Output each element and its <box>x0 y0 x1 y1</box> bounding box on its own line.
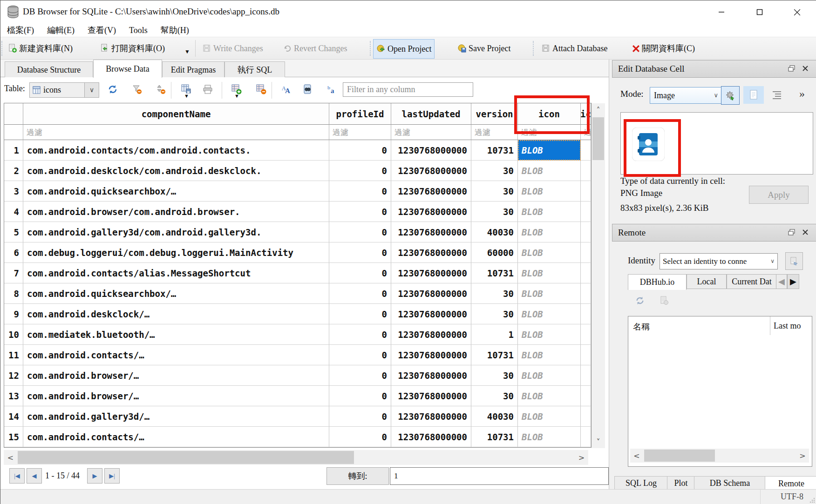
row-number-cell[interactable]: 11 <box>4 345 23 365</box>
scroll-left-icon[interactable]: < <box>630 449 643 463</box>
icon-blob-cell[interactable]: BLOB <box>518 202 581 222</box>
tab-edit-pragmas[interactable]: Edit Pragmas <box>162 61 224 78</box>
partial-cell[interactable] <box>581 181 591 202</box>
icon-blob-cell[interactable]: BLOB <box>518 427 581 447</box>
column-header-lastUpdated[interactable]: lastUpdated <box>391 103 471 125</box>
partial-cell[interactable] <box>581 324 591 345</box>
icon-blob-cell[interactable]: BLOB <box>518 140 581 161</box>
row-number-cell[interactable]: 8 <box>4 283 23 304</box>
dock-tab-sql-log[interactable]: SQL Log <box>614 476 668 490</box>
lastUpdated-cell[interactable]: 1230768000000 <box>391 283 471 304</box>
lastUpdated-cell[interactable]: 1230768000000 <box>391 202 471 222</box>
attach-database-button[interactable]: Attach Database <box>539 39 610 58</box>
list-header-name[interactable]: 名稱 <box>633 321 650 332</box>
icon-blob-cell[interactable]: BLOB <box>518 324 581 345</box>
icon-blob-cell[interactable]: BLOB <box>518 386 581 406</box>
float-panel-icon[interactable] <box>786 63 796 74</box>
float-panel-icon[interactable] <box>786 227 796 237</box>
close-button[interactable] <box>783 3 810 21</box>
menu-file[interactable]: 檔案(F) <box>0 24 41 37</box>
partial-cell[interactable] <box>581 222 591 242</box>
row-number-cell[interactable]: 15 <box>4 427 23 447</box>
tab-database-structure[interactable]: Database Structure <box>5 61 93 78</box>
identity-select[interactable]: Select an identity to conne ∨ <box>660 253 778 269</box>
componentName-cell[interactable]: com.android.browser/… <box>23 365 329 386</box>
icon-blob-cell[interactable]: BLOB <box>518 263 581 283</box>
profileId-cell[interactable]: 0 <box>329 324 391 345</box>
lastUpdated-cell[interactable]: 1230768000000 <box>391 406 471 427</box>
version-cell[interactable]: 10731 <box>471 140 518 161</box>
open-database-dropdown-caret[interactable]: ▼ <box>184 48 190 55</box>
tab-scroll-right-icon[interactable]: ▶ <box>787 274 799 289</box>
icon-blob-cell[interactable]: BLOB <box>518 181 581 202</box>
row-number-cell[interactable]: 10 <box>4 324 23 345</box>
lastUpdated-cell[interactable]: 1230768000000 <box>391 365 471 386</box>
goto-button[interactable]: 轉到: <box>326 467 389 485</box>
previous-record-button[interactable]: ◀ <box>27 468 42 484</box>
write-changes-button[interactable]: Write Changes <box>200 39 266 58</box>
componentName-cell[interactable]: com.android.contacts/… <box>23 427 329 447</box>
horizontal-scroll-thumb[interactable] <box>644 450 715 462</box>
icon-blob-cell[interactable]: BLOB <box>518 161 581 181</box>
partial-cell[interactable] <box>581 386 591 406</box>
expand-editor-button[interactable]: » <box>794 85 810 102</box>
import-data-button[interactable] <box>721 86 740 105</box>
partial-cell[interactable] <box>581 345 591 365</box>
icon-blob-cell[interactable]: BLOB <box>518 365 581 386</box>
menu-tools[interactable]: Tools <box>122 24 154 37</box>
json-view-button[interactable] <box>768 87 785 102</box>
scroll-right-icon[interactable]: > <box>575 450 588 465</box>
save-table-dropdown-caret[interactable]: ▼ <box>184 93 189 99</box>
lastUpdated-cell[interactable]: 1230768000000 <box>391 222 471 242</box>
componentName-cell[interactable]: com.android.deskclock/… <box>23 304 329 324</box>
version-cell[interactable]: 40030 <box>471 222 518 242</box>
componentName-cell[interactable]: com.android.contacts/… <box>23 345 329 365</box>
profileId-cell[interactable]: 0 <box>329 242 391 263</box>
row-number-cell[interactable]: 12 <box>4 365 23 386</box>
version-cell[interactable]: 60000 <box>471 242 518 263</box>
lastUpdated-cell[interactable]: 1230768000000 <box>391 324 471 345</box>
icon-blob-cell[interactable]: BLOB <box>518 406 581 427</box>
componentName-cell[interactable]: com.android.contacts/alias.MessageShortc… <box>23 263 329 283</box>
grid-vertical-scrollbar[interactable]: ˄ ˅ <box>592 103 605 448</box>
row-number-cell[interactable]: 9 <box>4 304 23 324</box>
apply-button[interactable]: Apply <box>749 186 809 204</box>
componentName-cell[interactable]: com.android.quicksearchbox/… <box>23 181 329 202</box>
componentName-cell[interactable]: com.android.browser/com.android.browser. <box>23 202 329 222</box>
scroll-left-icon[interactable]: < <box>4 450 17 465</box>
delete-record-button[interactable] <box>255 83 267 95</box>
profileId-cell[interactable]: 0 <box>329 427 391 447</box>
print-button[interactable] <box>202 83 214 95</box>
row-number-cell[interactable]: 6 <box>4 242 23 263</box>
version-cell[interactable]: 10731 <box>471 427 518 447</box>
profileId-cell[interactable]: 0 <box>329 161 391 181</box>
find-in-cells-button[interactable] <box>301 83 313 95</box>
horizontal-scroll-thumb[interactable] <box>18 451 354 464</box>
componentName-cell[interactable]: com.android.contacts/com.android.contact… <box>23 140 329 161</box>
open-database-button[interactable]: 打開資料庫(O) <box>97 39 168 58</box>
scroll-down-icon[interactable]: ˅ <box>592 435 605 448</box>
profileId-cell[interactable]: 0 <box>329 222 391 242</box>
last-record-button[interactable]: ▶| <box>104 468 120 484</box>
row-number-cell[interactable]: 1 <box>4 140 23 161</box>
tab-execute-sql[interactable]: 執行 SQL <box>224 61 285 78</box>
remote-refresh-button[interactable] <box>635 296 646 307</box>
minimize-button[interactable] <box>708 3 735 21</box>
column-filter-input[interactable]: 過濾 <box>471 125 518 140</box>
column-filter-input[interactable]: 過濾 <box>23 125 329 140</box>
icon-blob-cell[interactable]: BLOB <box>518 222 581 242</box>
partial-cell[interactable] <box>581 304 591 324</box>
row-number-cell[interactable]: 3 <box>4 181 23 202</box>
remote-tab-current-database[interactable]: Current Dat <box>727 274 777 289</box>
grid-horizontal-scrollbar[interactable]: < > <box>4 450 588 465</box>
version-cell[interactable]: 1 <box>471 324 518 345</box>
partial-cell[interactable] <box>581 427 591 447</box>
table-selector[interactable]: icons ∨ <box>29 82 99 98</box>
partial-cell[interactable] <box>581 242 591 263</box>
lastUpdated-cell[interactable]: 1230768000000 <box>391 263 471 283</box>
lastUpdated-cell[interactable]: 1230768000000 <box>391 345 471 365</box>
dock-tab-plot[interactable]: Plot <box>667 476 695 490</box>
mode-select[interactable]: Image ∨ <box>650 87 722 104</box>
row-number-cell[interactable]: 2 <box>4 161 23 181</box>
remote-database-list[interactable]: 名稱 Last mo < > <box>628 316 812 467</box>
